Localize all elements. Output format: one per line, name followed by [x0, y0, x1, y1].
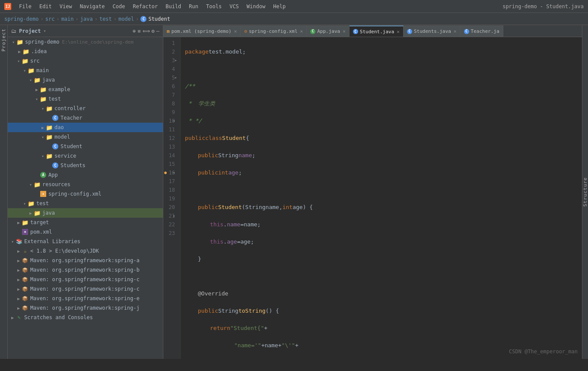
tree-item-java2[interactable]: ▶ 📁 java — [8, 208, 163, 218]
tab-icon-student: C — [353, 29, 358, 34]
line-16: 16●▾ — [163, 168, 178, 177]
tab-app[interactable]: C App.java ✕ — [307, 25, 350, 37]
tree-item-maven2[interactable]: ▶ 📦 Maven: org.springframework:spring-b — [8, 265, 163, 275]
code-line-16: public String toString() { — [185, 307, 578, 315]
code-content[interactable]: package test.model; /** * 学生类 * */ publi… — [181, 37, 582, 359]
menu-vcs[interactable]: VCS — [226, 2, 242, 11]
tree-item-test-pkg[interactable]: ▾ 📁 test — [8, 94, 163, 104]
tab-spring-config[interactable]: ⚙ spring-config.xml ✕ — [241, 25, 307, 37]
menu-run[interactable]: Run — [185, 2, 202, 11]
tab-label-teacher: Teacher.ja — [471, 29, 499, 34]
window-title: spring-demo - Student.java — [502, 3, 584, 10]
menu-edit[interactable]: Edit — [36, 2, 55, 11]
icon-settings[interactable]: ⚙ — [152, 28, 155, 34]
breadcrumb-test[interactable]: test — [99, 16, 112, 22]
line-15: 15 — [163, 160, 178, 168]
tree-item-target[interactable]: ▶ 📁 target — [8, 218, 163, 227]
line-23: 23 — [163, 229, 178, 238]
tab-close-spring-config[interactable]: ✕ — [300, 29, 303, 34]
project-side-label: Project — [0, 25, 8, 359]
tab-close-pom[interactable]: ✕ — [234, 29, 237, 34]
tab-label-students: Students.java — [414, 29, 451, 34]
menu-help[interactable]: Help — [270, 2, 289, 11]
left-panel-container: Project 🗂 Project ▾ ⊕ ≡ ⟺ ⚙ — — [0, 25, 163, 359]
line-17: 17 — [163, 177, 178, 186]
editor-area[interactable]: 1 2 3▾ 4 5▾ 6 7 8 9 10▾ 11 12 13 14 15 1… — [163, 37, 582, 359]
breadcrumb-main[interactable]: main — [61, 16, 74, 22]
line-12: 12 — [163, 134, 178, 143]
tab-teacher[interactable]: C Teacher.ja — [461, 25, 503, 37]
tree-item-main[interactable]: ▾ 📁 main — [8, 66, 163, 75]
breadcrumb-src[interactable]: src — [45, 16, 55, 22]
menu-refactor[interactable]: Refactor — [129, 2, 161, 11]
icon-locate[interactable]: ⊕ — [133, 28, 136, 34]
tree-item-spring-demo[interactable]: ▾ 📁 spring-demo E:\online_code\spring-de… — [8, 37, 163, 47]
tree-item-scratches[interactable]: ▶ ✎ Scratches and Consoles — [8, 313, 163, 322]
line-22: 22 — [163, 220, 178, 229]
tab-pom[interactable]: m pom.xml (spring-demo) ✕ — [163, 25, 241, 37]
tree-item-spring-config[interactable]: x spring-config.xml — [8, 189, 163, 199]
tree-item-maven5[interactable]: ▶ 📦 Maven: org.springframework:spring-e — [8, 294, 163, 303]
breadcrumb-java[interactable]: java — [80, 16, 93, 22]
tab-icon-pom: m — [167, 29, 170, 34]
project-label: Project — [19, 28, 41, 34]
right-panel[interactable]: Structure — [582, 25, 588, 359]
tab-label-student: Student.java — [360, 29, 394, 35]
tree-item-student[interactable]: C Student — [8, 142, 163, 151]
tree-item-example[interactable]: ▶ 📁 example — [8, 85, 163, 94]
code-line-5: * */ — [185, 117, 578, 125]
app-logo: IJ — [4, 3, 11, 10]
tree-item-idea[interactable]: ▶ 📁 .idea — [8, 47, 163, 56]
menu-navigate[interactable]: Navigate — [76, 2, 108, 11]
tree-item-java[interactable]: ▾ 📁 java — [8, 75, 163, 85]
project-panel: 🗂 Project ▾ ⊕ ≡ ⟺ ⚙ — ▾ 📁 spring — [8, 25, 163, 359]
code-line-19: ", age=" + age + — [185, 358, 578, 359]
project-header: 🗂 Project ▾ ⊕ ≡ ⟺ ⚙ — — [8, 25, 163, 37]
tree-item-maven1[interactable]: ▶ 📦 Maven: org.springframework:spring-a — [8, 256, 163, 265]
code-line-12: this.age = age; — [185, 238, 578, 246]
line-5: 5▾ — [163, 73, 178, 82]
line-7: 7 — [163, 91, 178, 99]
tree-item-resources[interactable]: ▾ 📁 resources — [8, 180, 163, 189]
tree-item-jdk[interactable]: ▶ ☕ < 1.8 > E:\develop\JDK — [8, 246, 163, 256]
tree-item-maven6[interactable]: ▶ 📦 Maven: org.springframework:spring-j — [8, 303, 163, 313]
tree-item-model[interactable]: ▾ 📁 model — [8, 132, 163, 142]
menu-code[interactable]: Code — [109, 2, 129, 11]
breadcrumb-spring-demo[interactable]: spring-demo — [4, 16, 38, 22]
line-3: 3▾ — [163, 56, 178, 65]
code-line-3: /** — [185, 82, 578, 91]
menu-view[interactable]: View — [56, 2, 76, 11]
tree-item-src[interactable]: ▾ 📁 src — [8, 56, 163, 66]
icon-expand[interactable]: ⟺ — [143, 28, 150, 34]
tree-item-ext-libs[interactable]: ▾ 📚 External Libraries — [8, 237, 163, 246]
tab-close-students[interactable]: ✕ — [454, 29, 457, 34]
menu-window[interactable]: Window — [243, 2, 269, 11]
tab-icon-app: C — [310, 29, 315, 34]
tree-item-pom[interactable]: m pom.xml — [8, 227, 163, 237]
tree-item-dao[interactable]: ▶ 📁 dao — [8, 123, 163, 132]
tab-close-student[interactable]: ✕ — [397, 29, 400, 35]
line-9: 9 — [163, 108, 178, 117]
tree-item-app[interactable]: A App — [8, 170, 163, 180]
tree-item-maven4[interactable]: ▶ 📦 Maven: org.springframework:spring-c — [8, 284, 163, 294]
tab-student[interactable]: C Student.java ✕ — [350, 25, 404, 37]
tree-item-controller[interactable]: ▾ 📁 controller — [8, 104, 163, 113]
menu-file[interactable]: File — [16, 2, 35, 11]
tab-icon-students: C — [407, 29, 412, 34]
line-numbers: 1 2 3▾ 4 5▾ 6 7 8 9 10▾ 11 12 13 14 15 1… — [163, 37, 181, 359]
tree-item-service[interactable]: ▾ 📁 service — [8, 151, 163, 161]
tree-item-students[interactable]: C Students — [8, 161, 163, 170]
tab-students[interactable]: C Students.java ✕ — [404, 25, 461, 37]
tree-item-maven3[interactable]: ▶ 📦 Maven: org.springframework:spring-c — [8, 275, 163, 284]
structure-label: Structure — [582, 177, 588, 207]
icon-minimize[interactable]: — — [156, 28, 159, 34]
tab-close-app[interactable]: ✕ — [343, 29, 346, 34]
tree-item-teacher[interactable]: C Teacher — [8, 113, 163, 123]
line-20: 20 — [163, 203, 178, 212]
menu-build[interactable]: Build — [162, 2, 184, 11]
icon-collapse[interactable]: ≡ — [137, 28, 140, 34]
breadcrumb-model[interactable]: model — [118, 16, 134, 22]
tree-item-test-dir[interactable]: ▾ 📁 test — [8, 199, 163, 208]
line-21: 21▾ — [163, 212, 178, 220]
menu-tools[interactable]: Tools — [203, 2, 225, 11]
